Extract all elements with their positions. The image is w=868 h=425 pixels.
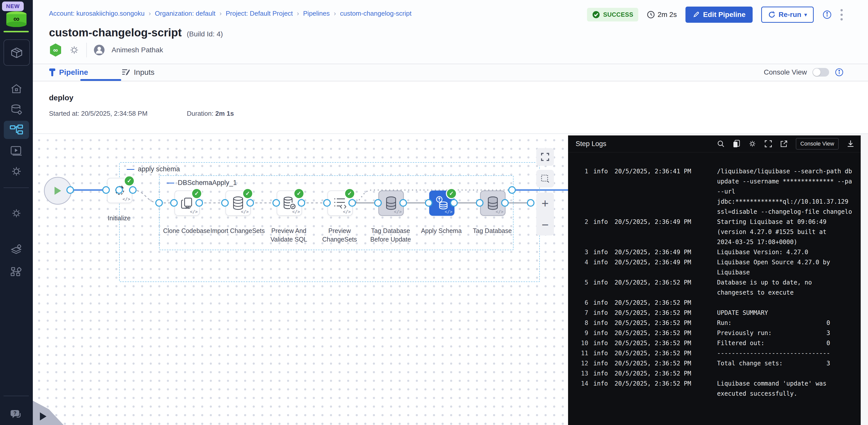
code-icon: </>	[496, 209, 503, 214]
port[interactable]	[195, 199, 203, 207]
code-icon: </>	[122, 197, 130, 202]
info-icon[interactable]	[835, 68, 844, 77]
clone-icon	[181, 197, 194, 210]
collapse-icon[interactable]: —	[167, 178, 174, 187]
pipeline-meta: ∞ Animesh Pathak	[49, 44, 163, 57]
fullscreen-button[interactable]	[536, 148, 554, 166]
port[interactable]	[399, 199, 407, 207]
info-icon[interactable]	[822, 10, 832, 20]
changeset-list-icon	[333, 197, 347, 209]
port[interactable]	[425, 199, 433, 207]
port[interactable]	[66, 186, 74, 194]
page-header: Account: kurosakiichigo.songoku›Organiza…	[33, 0, 868, 64]
sidebar-item-environments[interactable]	[4, 240, 29, 259]
marquee-select-button[interactable]	[536, 170, 554, 188]
breadcrumb-link[interactable]: Pipelines	[303, 9, 330, 18]
breadcrumb-link[interactable]: Organization: default	[155, 9, 215, 18]
port[interactable]	[501, 199, 509, 207]
log-timestamp: 20/5/2025, 2:36:49 PM	[615, 257, 693, 267]
rerun-button[interactable]: Re-run ▾	[761, 6, 814, 23]
port[interactable]	[323, 199, 331, 207]
chevron-right-icon	[40, 413, 46, 421]
scrollbar[interactable]	[861, 134, 868, 425]
database-devops-logo-icon[interactable]: ∞	[5, 11, 27, 27]
group-label[interactable]: — apply schema	[127, 165, 180, 173]
group-label[interactable]: — DBSchemaApply_1	[167, 178, 237, 187]
open-in-new-icon[interactable]	[780, 140, 788, 147]
breadcrumb-link[interactable]: Account: kurosakiichigo.songoku	[49, 9, 145, 18]
sidebar-item-pipelines[interactable]	[4, 121, 29, 139]
edit-pipeline-button[interactable]: Edit Pipeline	[685, 6, 753, 23]
sidebar-item-org-settings[interactable]	[4, 263, 29, 281]
log-level: info	[593, 257, 608, 267]
breadcrumb-link[interactable]: Project: Default Project	[226, 9, 293, 18]
pipeline-canvas[interactable]: — apply schema — DBSchemaApply_1 ✓ </> I…	[33, 134, 868, 425]
step-label: Tag Database	[463, 226, 521, 235]
port[interactable]	[115, 186, 123, 194]
console-view-button[interactable]: Console View	[796, 138, 839, 149]
user-avatar-icon	[93, 44, 105, 56]
port[interactable]	[246, 199, 254, 207]
port[interactable]	[450, 199, 458, 207]
log-row: 1info20/5/2025, 2:36:41 PM/liquibase/liq…	[574, 166, 861, 217]
header-actions: SUCCESS 2m 2s Edit Pipeline Re-run ▾	[587, 6, 843, 23]
sidebar-item-account-settings[interactable]	[4, 204, 29, 222]
search-icon[interactable]	[717, 140, 724, 147]
step-label: Preview ChangeSets	[311, 226, 369, 244]
copy-icon[interactable]	[733, 140, 740, 148]
fullscreen-icon[interactable]	[765, 140, 772, 147]
sidebar-item-executions[interactable]	[4, 142, 29, 160]
view-tabs: Pipeline Inputs Console View	[33, 64, 868, 81]
port[interactable]	[272, 199, 280, 207]
tab-pipeline[interactable]: Pipeline	[49, 64, 88, 80]
log-output[interactable]: 1info20/5/2025, 2:36:41 PM/liquibase/liq…	[574, 152, 861, 425]
port[interactable]	[129, 186, 136, 194]
port[interactable]	[508, 186, 516, 194]
step-logs-panel: Step Logs	[568, 136, 861, 425]
cube-icon	[9, 46, 24, 60]
sidebar-item-databases[interactable]	[4, 101, 29, 119]
port[interactable]	[155, 199, 163, 207]
module-switcher-button[interactable]	[3, 39, 30, 66]
port[interactable]	[102, 186, 110, 194]
sidebar-item-help[interactable]: ?	[4, 406, 29, 424]
port[interactable]	[348, 199, 356, 207]
log-row: 2info20/5/2025, 2:36:49 PMStarting Liqui…	[574, 217, 861, 247]
breadcrumb-link[interactable]: custom-changelog-script	[340, 9, 411, 18]
log-timestamp: 20/5/2025, 2:36:52 PM	[615, 318, 693, 328]
port[interactable]	[476, 199, 484, 207]
log-row: 5info20/5/2025, 2:36:52 PMDatabase is up…	[574, 278, 861, 298]
log-timestamp: 20/5/2025, 2:36:52 PM	[615, 278, 693, 287]
log-timestamp: 20/5/2025, 2:36:52 PM	[615, 348, 693, 358]
zoom-in-button[interactable]: +	[541, 197, 549, 209]
success-check-icon: ✓	[446, 188, 457, 199]
log-line-number: 9	[574, 328, 588, 338]
port[interactable]	[374, 199, 382, 207]
tab-inputs[interactable]: Inputs	[122, 64, 155, 80]
check-circle-icon	[592, 10, 600, 19]
database-check-icon	[282, 196, 296, 210]
database-icon	[385, 196, 397, 210]
database-gear-icon	[10, 103, 23, 116]
port[interactable]	[170, 199, 178, 207]
log-level: info	[593, 368, 608, 378]
gear-icon[interactable]	[69, 45, 80, 56]
log-level: info	[593, 298, 608, 308]
console-view-toggle[interactable]	[812, 68, 829, 77]
page-title: custom-changelog-script	[49, 26, 182, 39]
play-box-icon	[10, 145, 23, 157]
port[interactable]	[221, 199, 229, 207]
database-apply-icon	[435, 196, 449, 210]
log-level: info	[593, 348, 608, 358]
more-options-button[interactable]	[840, 9, 843, 21]
log-message: Liquibase command 'update' was executed …	[717, 378, 861, 399]
sidebar-item-home[interactable]	[4, 80, 29, 98]
collapse-icon[interactable]: —	[127, 165, 134, 173]
port[interactable]	[298, 199, 305, 207]
refresh-icon	[768, 11, 776, 19]
gear-icon[interactable]	[748, 140, 756, 148]
zoom-out-button[interactable]: −	[541, 219, 549, 231]
port[interactable]	[527, 199, 534, 207]
sidebar-item-settings[interactable]	[4, 162, 29, 180]
download-icon[interactable]	[847, 140, 855, 148]
